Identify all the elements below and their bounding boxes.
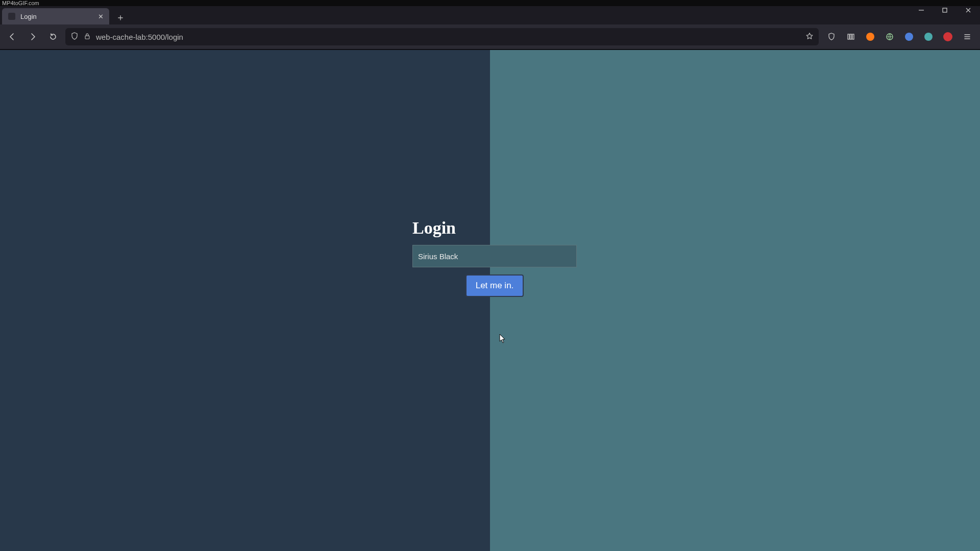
os-titlebar: MP4toGIF.com <box>0 0 980 6</box>
svg-rect-5 <box>848 34 849 39</box>
login-form: Login Let me in. <box>412 218 577 297</box>
pocket-icon[interactable] <box>823 29 840 45</box>
svg-rect-6 <box>850 34 852 39</box>
address-bar-url: web-cache-lab:5000/login <box>96 33 800 41</box>
new-tab-button[interactable]: ＋ <box>113 10 128 24</box>
toolbar-right-icons <box>823 29 976 45</box>
tab-favicon <box>8 13 15 20</box>
extension-flame-icon[interactable] <box>862 29 879 45</box>
window-controls <box>910 2 980 18</box>
avatar-icon <box>943 32 952 41</box>
page-viewport: Login Let me in. <box>0 50 980 551</box>
extension-globe-icon[interactable] <box>881 29 898 45</box>
application-menu-button[interactable] <box>959 29 976 45</box>
tab-close-icon[interactable]: ✕ <box>97 13 104 20</box>
shield-icon[interactable] <box>70 32 79 42</box>
extension-teal-icon[interactable] <box>920 29 937 45</box>
back-button[interactable] <box>4 29 20 45</box>
address-bar[interactable]: web-cache-lab:5000/login <box>65 28 819 45</box>
profile-avatar[interactable] <box>939 29 957 45</box>
mouse-cursor-icon <box>499 334 506 344</box>
window-minimize-button[interactable] <box>910 2 933 18</box>
forward-button[interactable] <box>24 29 41 45</box>
library-icon[interactable] <box>842 29 860 45</box>
svg-rect-4 <box>85 36 89 39</box>
lock-icon[interactable] <box>84 33 91 41</box>
tab-title: Login <box>20 13 92 20</box>
tab-login[interactable]: Login ✕ <box>2 8 109 24</box>
reload-button[interactable] <box>45 29 61 45</box>
submit-button[interactable]: Let me in. <box>465 274 524 297</box>
window-close-button[interactable] <box>957 2 980 18</box>
bookmark-star-icon[interactable] <box>805 32 814 42</box>
tab-strip: Login ✕ ＋ <box>0 6 980 24</box>
browser-toolbar: web-cache-lab:5000/login <box>0 24 980 49</box>
svg-rect-7 <box>852 34 854 39</box>
svg-rect-1 <box>943 8 947 12</box>
browser-chrome: Login ✕ ＋ web-cache-lab:5000/login <box>0 6 980 50</box>
name-input[interactable] <box>412 245 577 267</box>
window-maximize-button[interactable] <box>933 2 957 18</box>
login-heading: Login <box>412 218 577 238</box>
extension-blue-icon[interactable] <box>900 29 918 45</box>
